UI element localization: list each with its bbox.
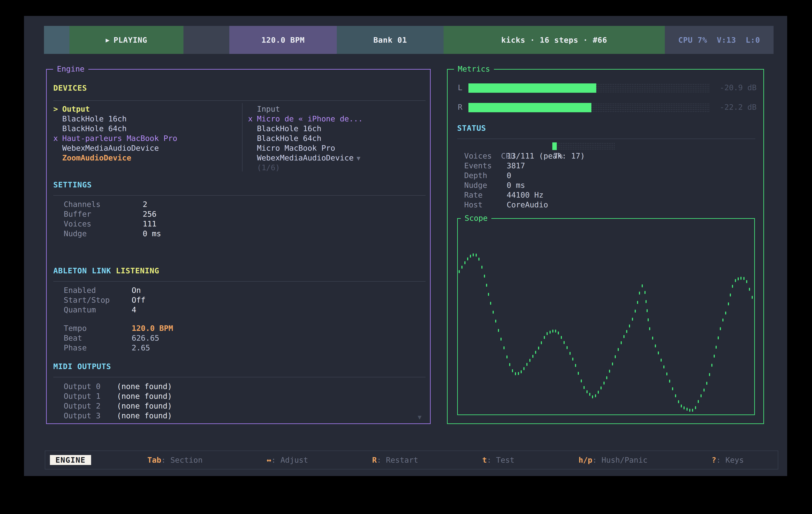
scope-sample-dot [635, 310, 636, 312]
shortcut-key: Tab [147, 456, 161, 464]
marker-spacer [53, 153, 62, 163]
device-label: Haut-parleurs MacBook Pro [62, 134, 177, 143]
kv-value[interactable]: 0 ms [143, 229, 161, 238]
marker-spacer [53, 114, 62, 124]
mode-tab-engine[interactable]: ENGINE [50, 455, 91, 465]
scope-sample-dot [714, 355, 715, 358]
device-item[interactable]: >Output [53, 104, 177, 114]
status-label: Depth [464, 171, 506, 180]
scope-sample-dot [538, 346, 539, 350]
column-divider [242, 103, 242, 172]
kv-value[interactable]: Off [132, 296, 145, 304]
kv-row: Beat626.65 [64, 333, 173, 343]
device-item[interactable]: BlackHole 64ch [248, 133, 363, 143]
scope-sample-dot [515, 372, 516, 375]
meter-right-fill [468, 103, 591, 112]
marker-spacer [248, 143, 257, 153]
scope-sample-dot [467, 258, 468, 261]
dropdown-arrow-icon[interactable]: ▼ [356, 154, 360, 162]
device-item[interactable]: BlackHole 16ch [248, 124, 363, 133]
scope-sample-dot [586, 390, 587, 393]
device-item[interactable]: BlackHole 16ch [53, 114, 177, 124]
device-label: WebexMediaAudioDevice [257, 153, 353, 162]
scope-sample-dot [578, 372, 579, 375]
scope-sample-dot [583, 386, 585, 389]
device-item[interactable]: xHaut-parleurs MacBook Pro [53, 133, 177, 143]
transport-status[interactable]: ▶ PLAYING [69, 26, 183, 54]
scope-sample-dot [735, 279, 736, 282]
scope-sample-dot [618, 348, 619, 351]
device-label: WebexMediaAudioDevice [62, 144, 159, 152]
scope-sample-dot [655, 344, 656, 347]
device-item[interactable]: ZoomAudioDevice [53, 153, 177, 163]
bpm-display[interactable]: 120.0 BPM [229, 26, 337, 54]
scope-sample-dot [744, 277, 745, 280]
kv-row: Tempo120.0 BPM [64, 324, 173, 333]
status-row: Depth0 [464, 171, 755, 180]
status-header: STATUS [457, 124, 486, 132]
settings-rows: Channels2Buffer256Voices111Nudge0 ms [64, 200, 161, 239]
scope-sample-dot [639, 292, 640, 295]
shortcut-key: t [482, 456, 487, 464]
engine-panel: Engine DEVICES >Output BlackHole 16ch Bl… [46, 69, 431, 424]
scroll-down-icon[interactable]: ▼ [418, 414, 422, 421]
scope-sample-dot [698, 400, 699, 403]
device-item[interactable]: WebexMediaAudioDevice▼ [248, 153, 363, 163]
device-item[interactable]: WebexMediaAudioDevice [53, 143, 177, 153]
kv-row: Nudge0 ms [64, 229, 161, 239]
scope-sample-dot [575, 364, 576, 367]
scope-sample-dot [687, 408, 688, 411]
scope-sample-dot [700, 394, 702, 397]
shortcut-key: ? [712, 456, 716, 464]
kv-row: Buffer256 [64, 209, 161, 219]
scope-sample-dot [526, 363, 527, 366]
kv-value[interactable]: (none found) [117, 411, 172, 420]
kv-value[interactable]: 256 [143, 210, 156, 218]
scope-sample-dot [490, 302, 491, 305]
device-item[interactable]: xMicro de « iPhone de... [248, 114, 363, 124]
kv-value[interactable]: 2.65 [132, 343, 150, 352]
scope-sample-dot [606, 376, 607, 379]
status-row: Events3817 [464, 161, 755, 171]
kv-value[interactable]: 111 [143, 219, 156, 228]
device-item[interactable]: Micro MacBook Pro [248, 143, 363, 153]
scope-sample-dot [552, 330, 553, 333]
scope-sample-dot [661, 359, 662, 362]
kv-label: Tempo [64, 324, 132, 333]
link-state-badge: LISTENING [116, 266, 159, 275]
device-item: Input [248, 104, 363, 114]
divider [53, 195, 426, 196]
scope-sample-dot [464, 261, 465, 264]
kv-label: Output 0 [64, 382, 117, 391]
cpu-meter-fill [552, 142, 557, 150]
transport-label: PLAYING [114, 36, 147, 44]
status-row: Voices13/111 (peak: 17) [464, 151, 755, 161]
device-item[interactable]: BlackHole 64ch [53, 124, 177, 133]
bottom-bar: ENGINE Tab: Section↔: AdjustR: Restartt:… [45, 451, 778, 470]
kv-value[interactable]: 626.65 [132, 334, 159, 342]
scope-sample-dot [563, 341, 564, 344]
marker-spacer [248, 163, 257, 173]
kv-value[interactable]: 120.0 BPM [132, 324, 173, 333]
midi-outputs-header: MIDI OUTPUTS [53, 362, 111, 371]
shortcut-hints: Tab: Section↔: AdjustR: Restartt: Testh/… [147, 456, 744, 464]
scope-sample-dot [678, 400, 679, 403]
kv-value[interactable]: 4 [132, 305, 136, 314]
kv-value[interactable]: 2 [143, 200, 147, 209]
kv-value[interactable]: On [132, 286, 141, 295]
bank-display[interactable]: Bank 01 [337, 26, 443, 54]
kv-value[interactable]: (none found) [117, 392, 172, 400]
shortcut-hint: ↔: Adjust [267, 456, 308, 464]
metrics-panel-title: Metrics [454, 64, 494, 73]
cpu-meter-track [552, 142, 615, 150]
kv-value[interactable]: (none found) [117, 382, 172, 391]
scope-sample-dot [629, 325, 630, 328]
scope-sample-dot [486, 284, 487, 287]
scope-waveform [458, 219, 754, 415]
system-stats: CPU 7% V:13 L:0 [665, 26, 774, 54]
kv-value[interactable]: (none found) [117, 401, 172, 410]
scope-sample-dot [612, 362, 613, 365]
scope-sample-dot [558, 332, 559, 334]
meter-right-track [468, 103, 709, 112]
device-item: (1/6) [248, 163, 363, 173]
